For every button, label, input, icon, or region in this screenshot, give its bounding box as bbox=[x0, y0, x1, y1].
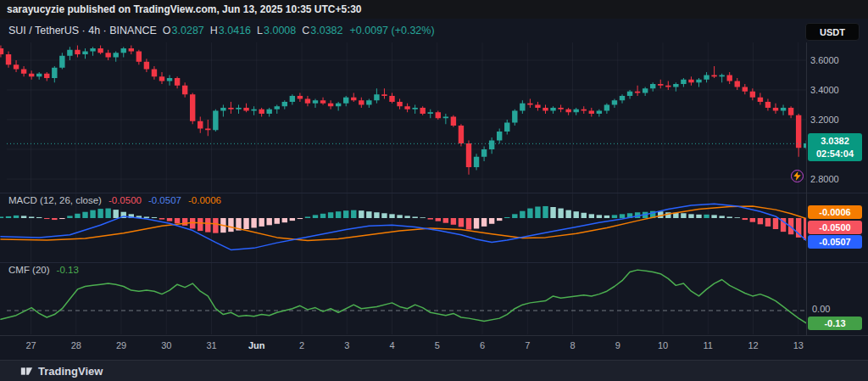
time-axis-label[interactable]: 28 bbox=[59, 339, 93, 352]
macd-status-value: -0.0006 bbox=[188, 195, 221, 205]
ohlc-label: L bbox=[257, 25, 263, 36]
time-axis-label[interactable]: 13 bbox=[782, 339, 815, 352]
lightning-circle-icon[interactable] bbox=[791, 170, 804, 182]
footer-bar: TradingView bbox=[0, 361, 868, 381]
time-axis-label[interactable]: 7 bbox=[510, 339, 544, 352]
macd-title: MACD (12, 26, close) bbox=[8, 195, 102, 205]
cmf-value: -0.13 bbox=[57, 265, 79, 275]
time-axis-label[interactable]: 11 bbox=[691, 339, 725, 352]
price-change: +0.0097 (+0.32%) bbox=[350, 25, 435, 36]
symbol-title[interactable]: SUI / TetherUS · 4h · BINANCE bbox=[8, 25, 157, 36]
tradingview-snapshot: sarayucyzie published on TradingView.com… bbox=[0, 0, 868, 381]
price-axis-label[interactable]: 3.6000 bbox=[810, 53, 863, 67]
macd-signal-badge: -0.0006 bbox=[808, 205, 862, 219]
brand-name[interactable]: TradingView bbox=[38, 365, 103, 378]
current-price: 3.0382 bbox=[808, 135, 862, 148]
ohlc-label: H bbox=[210, 25, 218, 36]
time-axis-label[interactable]: 12 bbox=[737, 339, 771, 352]
ohlc-value: 3.0416 bbox=[219, 25, 251, 36]
time-axis-label[interactable]: 6 bbox=[465, 339, 499, 352]
time-axis-label[interactable]: 9 bbox=[601, 339, 635, 352]
time-axis-label[interactable]: 27 bbox=[14, 339, 48, 352]
time-axis-label[interactable]: 8 bbox=[556, 339, 590, 352]
cmf-zero-label: 0.00 bbox=[812, 304, 830, 314]
macd-histogram-badge: -0.0500 bbox=[808, 221, 862, 234]
time-axis-label[interactable]: 4 bbox=[376, 339, 409, 352]
price-axis-label[interactable]: 3.2000 bbox=[810, 113, 863, 126]
ohlc-values: O3.0287H3.0416L3.0008C3.0382 bbox=[157, 25, 343, 36]
time-axis-label[interactable]: 3 bbox=[330, 339, 364, 352]
symbol-header: SUI / TetherUS · 4h · BINANCE O3.0287H3.… bbox=[8, 25, 435, 36]
time-axis-label[interactable]: Jun bbox=[240, 339, 274, 352]
time-axis-label[interactable]: 10 bbox=[646, 339, 680, 352]
ohlc-value: 3.0382 bbox=[310, 25, 342, 36]
chart-canvas[interactable] bbox=[0, 0, 868, 381]
bar-countdown: 02:54:04 bbox=[808, 148, 862, 160]
macd-status-value: -0.0507 bbox=[148, 195, 181, 205]
price-axis-label[interactable]: 3.4000 bbox=[810, 83, 863, 97]
macd-status-line[interactable]: MACD (12, 26, close) -0.0500-0.0507-0.00… bbox=[8, 195, 221, 205]
time-axis-label[interactable]: 29 bbox=[104, 339, 138, 352]
ohlc-value: 3.0008 bbox=[264, 25, 296, 36]
time-axis-label[interactable]: 2 bbox=[285, 339, 319, 352]
cmf-value-badge: -0.13 bbox=[808, 317, 862, 330]
price-axis-label[interactable]: 2.8000 bbox=[810, 172, 863, 186]
cmf-status-line[interactable]: CMF (20) -0.13 bbox=[8, 265, 79, 275]
macd-values: -0.0500-0.0507-0.0006 bbox=[108, 195, 221, 205]
time-axis-label[interactable]: 30 bbox=[149, 339, 183, 352]
time-axis-label[interactable]: 31 bbox=[195, 339, 229, 352]
currency-toggle-button[interactable]: USDT bbox=[805, 23, 860, 41]
current-price-badge: 3.0382 02:54:04 bbox=[808, 133, 862, 161]
macd-status-value: -0.0500 bbox=[108, 195, 142, 205]
ohlc-value: 3.0287 bbox=[172, 25, 204, 36]
time-axis-label[interactable]: 5 bbox=[420, 339, 454, 352]
tradingview-logo-icon[interactable] bbox=[20, 365, 33, 378]
macd-line-badge: -0.0507 bbox=[808, 235, 862, 249]
ohlc-label: O bbox=[163, 25, 171, 36]
cmf-title: CMF (20) bbox=[8, 265, 50, 275]
ohlc-label: C bbox=[302, 25, 309, 36]
